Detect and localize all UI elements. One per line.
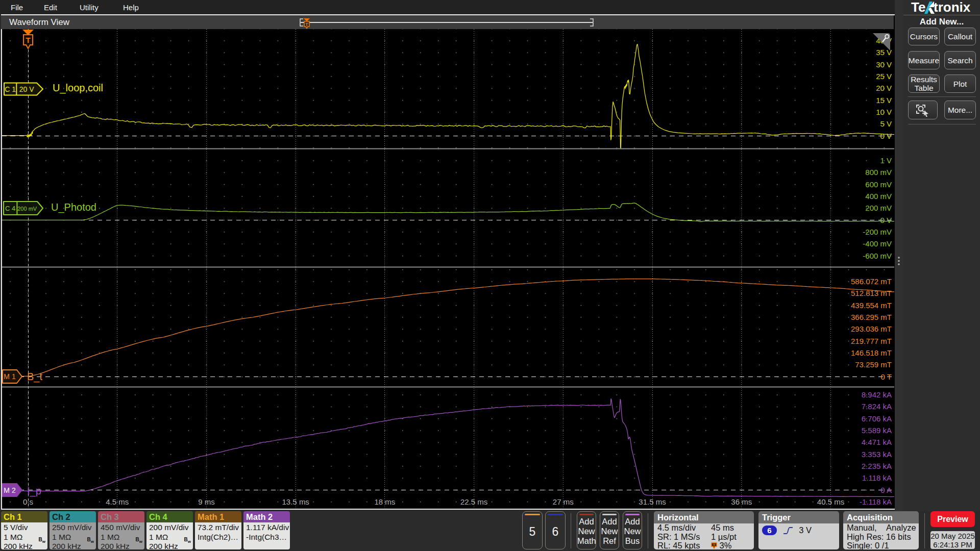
svg-text:T: T [26,36,30,44]
svg-text:27 ms: 27 ms [553,497,574,506]
svg-text:18 ms: 18 ms [374,497,395,506]
svg-text:T: T [305,21,308,27]
svg-text:U_Photod: U_Photod [51,202,96,213]
svg-text:13.5 ms: 13.5 ms [282,497,309,506]
svg-text:8.942 kA: 8.942 kA [862,390,892,399]
svg-text:tronix: tronix [934,0,971,15]
svg-text:0 T: 0 T [881,372,892,381]
svg-text:512.813 mT: 512.813 mT [851,289,892,297]
svg-text:73.259 mT: 73.259 mT [855,360,892,369]
svg-text:439.554 mT: 439.554 mT [851,301,892,310]
svg-text:M 2: M 2 [4,486,16,494]
svg-text:7.824 kA: 7.824 kA [862,402,892,411]
svg-text:C 1: C 1 [5,85,16,93]
svg-text:0 V: 0 V [880,216,892,224]
svg-text:219.777 mT: 219.777 mT [851,337,892,345]
svg-text:-400 mV: -400 mV [863,239,892,248]
svg-text:15 V: 15 V [876,96,892,105]
svg-text:4.471 kA: 4.471 kA [862,438,892,446]
svg-text:4.5 ms: 4.5 ms [106,497,129,506]
svg-text:9 ms: 9 ms [198,497,215,506]
svg-text:36 ms: 36 ms [731,497,752,506]
svg-text:U_loop,coil: U_loop,coil [53,82,103,94]
svg-text:M 1: M 1 [4,372,16,381]
svg-text:10 V: 10 V [876,108,892,116]
svg-text:366.295 mT: 366.295 mT [851,313,892,321]
svg-text:6.706 kA: 6.706 kA [862,414,892,423]
svg-text:20 V: 20 V [876,84,892,92]
svg-text:2.235 kA: 2.235 kA [862,462,892,470]
svg-text:T: T [713,543,716,547]
svg-text:600 mV: 600 mV [865,180,892,189]
svg-text:0 s: 0 s [23,497,33,506]
svg-text:586.072 mT: 586.072 mT [851,277,892,286]
svg-text:0 V: 0 V [880,132,892,140]
svg-text:200 mV: 200 mV [865,204,892,212]
svg-text:Te: Te [911,0,925,15]
svg-text:-1.118 kA: -1.118 kA [860,497,892,506]
svg-text:-600 mV: -600 mV [863,252,892,260]
svg-text:25 V: 25 V [876,72,892,81]
svg-text:20 V: 20 V [19,85,34,93]
svg-text:31.5 ms: 31.5 ms [639,497,666,506]
svg-text:293.036 mT: 293.036 mT [851,324,892,333]
svg-text:400 mV: 400 mV [865,192,892,201]
svg-text:30 V: 30 V [876,60,892,69]
svg-text:146.518 mT: 146.518 mT [851,348,892,357]
svg-text:40.5 ms: 40.5 ms [817,497,844,506]
svg-text:200 mV: 200 mV [17,206,37,212]
svg-text:I_p: I_p [27,485,41,497]
svg-text:1 V: 1 V [880,156,892,165]
svg-text:5.589 kA: 5.589 kA [862,426,892,435]
svg-text:C 4: C 4 [5,205,15,212]
svg-text:5 V: 5 V [880,119,892,128]
svg-text:0 A: 0 A [880,486,892,494]
svg-text:-200 mV: -200 mV [863,228,892,236]
svg-text:22.5 ms: 22.5 ms [460,497,487,506]
svg-text:3.353 kA: 3.353 kA [862,450,892,459]
svg-text:B_t: B_t [27,371,42,383]
svg-text:800 mV: 800 mV [865,168,892,177]
svg-text:1.118 kA: 1.118 kA [862,473,892,482]
